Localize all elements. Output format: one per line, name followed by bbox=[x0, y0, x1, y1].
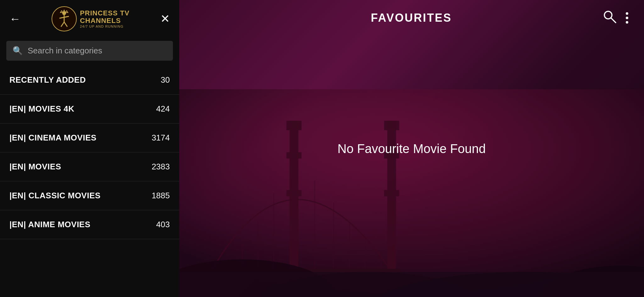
svg-point-31 bbox=[604, 11, 612, 19]
category-count: 403 bbox=[156, 220, 170, 229]
logo-subtitle: CHANNELS bbox=[80, 17, 130, 25]
svg-point-0 bbox=[62, 11, 66, 15]
svg-rect-30 bbox=[179, 272, 644, 297]
category-name: |EN| CLASSIC MOVIES bbox=[9, 191, 101, 201]
svg-line-32 bbox=[611, 18, 616, 23]
logo-tagline: 24/7 UP AND RUNNING bbox=[80, 25, 130, 28]
empty-state-message: No Favourite Movie Found bbox=[337, 141, 486, 156]
page-title: FAVOURITES bbox=[371, 11, 452, 25]
logo-area: PRINCESS TV CHANNELS 24/7 UP AND RUNNING bbox=[52, 6, 130, 31]
close-button[interactable]: ✕ bbox=[160, 12, 170, 25]
search-bar[interactable]: 🔍 bbox=[6, 41, 173, 61]
main-content: FAVOURITES No Favourite Movie Found bbox=[179, 0, 644, 297]
category-count: 3174 bbox=[152, 133, 170, 143]
svg-line-3 bbox=[61, 22, 64, 27]
category-name: |EN| ANIME MOVIES bbox=[9, 220, 91, 229]
sidebar: ← PRINCESS TV CHANNELS 24/7 UP AND RUNNI… bbox=[0, 0, 179, 297]
category-name: |EN| MOVIES bbox=[9, 162, 61, 172]
dot-1 bbox=[626, 12, 628, 15]
logo-circle bbox=[52, 6, 77, 31]
category-name: |EN| MOVIES 4K bbox=[9, 104, 74, 114]
background-bridge bbox=[179, 89, 644, 297]
categories-list: RECENTLY ADDED 30 |EN| MOVIES 4K 424 |EN… bbox=[0, 66, 179, 297]
sidebar-header: ← PRINCESS TV CHANNELS 24/7 UP AND RUNNI… bbox=[0, 0, 179, 38]
logo-title: PRINCESS TV bbox=[80, 9, 130, 17]
category-name: RECENTLY ADDED bbox=[9, 75, 86, 85]
svg-rect-8 bbox=[286, 121, 302, 130]
main-header: FAVOURITES bbox=[179, 0, 644, 36]
category-count: 2383 bbox=[152, 162, 170, 172]
category-count: 1885 bbox=[152, 191, 170, 201]
search-icon: 🔍 bbox=[13, 46, 23, 56]
svg-rect-12 bbox=[384, 121, 399, 130]
list-item[interactable]: |EN| CLASSIC MOVIES 1885 bbox=[0, 181, 179, 210]
svg-line-4 bbox=[64, 22, 67, 27]
logo-text: PRINCESS TV CHANNELS 24/7 UP AND RUNNING bbox=[80, 9, 130, 28]
header-icons bbox=[602, 9, 628, 26]
dot-2 bbox=[626, 17, 628, 19]
logo-icon bbox=[55, 9, 74, 28]
back-button[interactable]: ← bbox=[9, 12, 21, 25]
list-item[interactable]: |EN| ANIME MOVIES 403 bbox=[0, 210, 179, 239]
category-count: 30 bbox=[161, 75, 170, 85]
dot-3 bbox=[626, 21, 628, 24]
category-count: 424 bbox=[156, 104, 170, 114]
category-name: |EN| CINEMA MOVIES bbox=[9, 133, 97, 143]
more-options-button[interactable] bbox=[626, 12, 628, 24]
search-button[interactable] bbox=[602, 9, 616, 26]
list-item[interactable]: |EN| CINEMA MOVIES 3174 bbox=[0, 124, 179, 152]
list-item[interactable]: |EN| MOVIES 4K 424 bbox=[0, 95, 179, 124]
list-item[interactable]: RECENTLY ADDED 30 bbox=[0, 66, 179, 95]
svg-rect-14 bbox=[384, 190, 399, 196]
search-input[interactable] bbox=[28, 46, 167, 56]
list-item[interactable]: |EN| MOVIES 2383 bbox=[0, 152, 179, 181]
